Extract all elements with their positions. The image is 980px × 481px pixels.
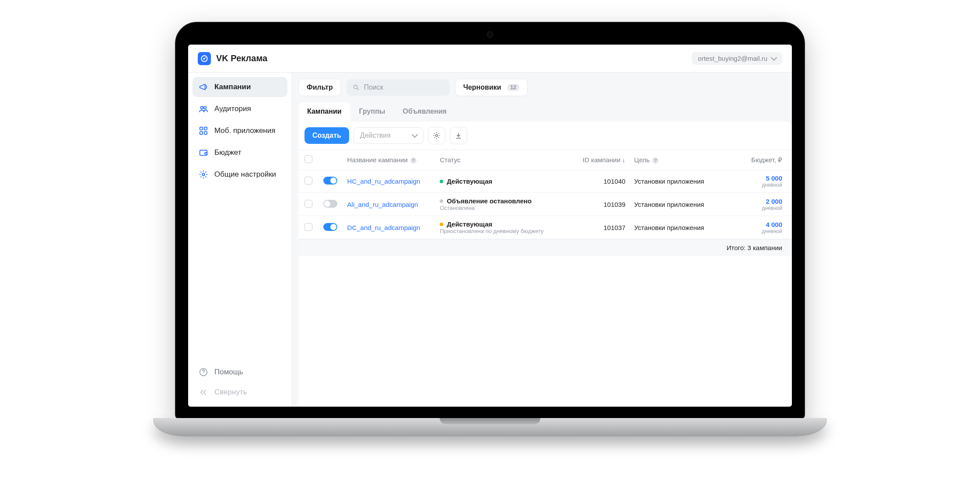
- create-button[interactable]: Создать: [304, 127, 349, 144]
- people-icon: [199, 104, 208, 114]
- page-canvas: VK Реклама ortest_buying2@mail.ru Кампан: [9, 9, 971, 472]
- tab-groups[interactable]: Группы: [350, 102, 394, 122]
- status-title: Действующая: [447, 178, 492, 185]
- sidebar-item-audience[interactable]: Аудитория: [192, 99, 287, 119]
- hint-icon[interactable]: ?: [652, 157, 658, 164]
- tab-label: Кампании: [307, 108, 342, 115]
- drafts-button[interactable]: Черновики 12: [455, 79, 528, 96]
- campaign-goal: Установки приложения: [630, 170, 736, 193]
- budget-value[interactable]: 5 000: [741, 174, 782, 182]
- search-placeholder: Поиск: [364, 84, 383, 91]
- row-toggle[interactable]: [323, 177, 337, 185]
- account-switcher[interactable]: ortest_buying2@mail.ru: [692, 52, 782, 65]
- budget-value[interactable]: 4 000: [741, 221, 782, 228]
- create-label: Создать: [312, 132, 341, 139]
- filter-label: Фильтр: [307, 84, 333, 91]
- gear-icon: [199, 170, 208, 179]
- sidebar-item-settings[interactable]: Общие настройки: [192, 164, 287, 185]
- actions-label: Действия: [360, 132, 391, 139]
- select-all-checkbox[interactable]: [304, 155, 312, 163]
- filter-button[interactable]: Фильтр: [298, 79, 341, 96]
- brand[interactable]: VK Реклама: [198, 52, 267, 65]
- campaign-goal: Установки приложения: [630, 216, 736, 240]
- row-toggle[interactable]: [323, 223, 337, 231]
- sidebar-item-label: Общие настройки: [214, 170, 276, 179]
- search-icon: [353, 84, 360, 91]
- campaign-name-link[interactable]: HC_and_ru_adcampaign: [347, 178, 420, 185]
- megaphone-icon: [199, 82, 208, 92]
- wallet-icon: [199, 148, 208, 157]
- panel-toolbar: Создать Действия: [298, 122, 792, 150]
- row-checkbox[interactable]: [304, 200, 312, 208]
- app-body: Кампании Аудитория Моб. приложения: [188, 73, 792, 407]
- sidebar-item-label: Аудитория: [214, 105, 251, 113]
- campaign-goal: Установки приложения: [630, 193, 736, 216]
- campaigns-panel: Создать Действия: [298, 122, 792, 407]
- campaign-name-link[interactable]: Ali_and_ru_adcampaign: [347, 201, 418, 208]
- download-button[interactable]: [450, 127, 467, 144]
- chevron-down-icon: [771, 54, 777, 60]
- svg-point-1: [201, 107, 203, 109]
- main-content: Фильтр Поиск Черновики 12: [292, 73, 792, 407]
- sidebar-item-help[interactable]: Помощь: [192, 362, 287, 382]
- svg-point-11: [436, 135, 438, 137]
- brand-logo-icon: [198, 52, 211, 65]
- collapse-icon: [199, 387, 208, 397]
- hint-icon[interactable]: ?: [410, 157, 416, 164]
- table-row[interactable]: HC_and_ru_adcampaignДействующая101040Уст…: [298, 170, 792, 193]
- col-status: Статус: [440, 156, 460, 164]
- col-id[interactable]: ID кампании: [583, 156, 626, 164]
- top-toolbar: Фильтр Поиск Черновики 12: [298, 79, 792, 96]
- account-email: ortest_buying2@mail.ru: [698, 55, 767, 62]
- campaign-name-link[interactable]: DC_and_ru_adcampaign: [347, 224, 420, 231]
- row-toggle[interactable]: [323, 200, 337, 208]
- sidebar-item-campaigns[interactable]: Кампании: [192, 77, 287, 97]
- svg-rect-4: [204, 127, 207, 130]
- columns-settings-button[interactable]: [428, 127, 445, 144]
- sidebar-item-mobile-apps[interactable]: Моб. приложения: [192, 121, 287, 141]
- sidebar-item-label: Бюджет: [214, 148, 242, 157]
- summary-text: Итого: 3 кампании: [343, 239, 792, 256]
- sidebar-item-collapse[interactable]: Свернуть: [192, 382, 287, 402]
- status-dot-icon: [440, 199, 443, 203]
- status-subtitle: Остановлена: [440, 205, 570, 211]
- sidebar-item-label: Кампании: [214, 83, 251, 91]
- laptop-notch: [440, 418, 540, 424]
- help-icon: [199, 367, 208, 377]
- svg-rect-5: [200, 132, 203, 134]
- chevron-down-icon: [412, 132, 418, 138]
- search-input[interactable]: Поиск: [346, 79, 450, 96]
- laptop-base: [153, 418, 827, 436]
- col-name: Название кампании: [347, 156, 408, 164]
- budget-value[interactable]: 2 000: [741, 198, 782, 205]
- sidebar-item-budget[interactable]: Бюджет: [192, 143, 287, 163]
- tab-ads[interactable]: Объявления: [394, 102, 455, 122]
- actions-dropdown[interactable]: Действия: [354, 127, 424, 144]
- svg-point-2: [204, 107, 206, 109]
- row-checkbox[interactable]: [304, 223, 312, 231]
- col-budget: Бюджет, ₽: [751, 156, 782, 164]
- status-title: Действующая: [447, 220, 492, 228]
- sidebar: Кампании Аудитория Моб. приложения: [188, 73, 292, 407]
- campaigns-table: Название кампании? Статус ID кампании Це…: [298, 150, 792, 256]
- apps-icon: [199, 126, 208, 136]
- laptop-lid: VK Реклама ortest_buying2@mail.ru Кампан: [175, 22, 805, 420]
- row-checkbox[interactable]: [304, 177, 312, 185]
- drafts-label: Черновики: [463, 84, 501, 91]
- table-row[interactable]: Ali_and_ru_adcampaignОбъявление остановл…: [298, 193, 792, 216]
- sidebar-item-label: Моб. приложения: [214, 126, 275, 135]
- drafts-count-badge: 12: [508, 84, 519, 91]
- sidebar-nav: Кампании Аудитория Моб. приложения: [192, 77, 287, 185]
- svg-point-8: [202, 173, 205, 176]
- summary-row: Итого: 3 кампании: [298, 239, 792, 256]
- laptop-camera: [488, 32, 492, 37]
- budget-period: дневной: [741, 228, 782, 234]
- campaign-id: 101039: [574, 193, 630, 216]
- tab-label: Группы: [359, 108, 385, 115]
- table-row[interactable]: DC_and_ru_adcampaignДействующаяПриостано…: [298, 216, 792, 240]
- campaign-id: 101037: [574, 216, 630, 240]
- tab-campaigns[interactable]: Кампании: [298, 102, 350, 122]
- campaign-id: 101040: [574, 170, 630, 193]
- svg-point-10: [354, 85, 357, 89]
- tab-label: Объявления: [403, 108, 447, 115]
